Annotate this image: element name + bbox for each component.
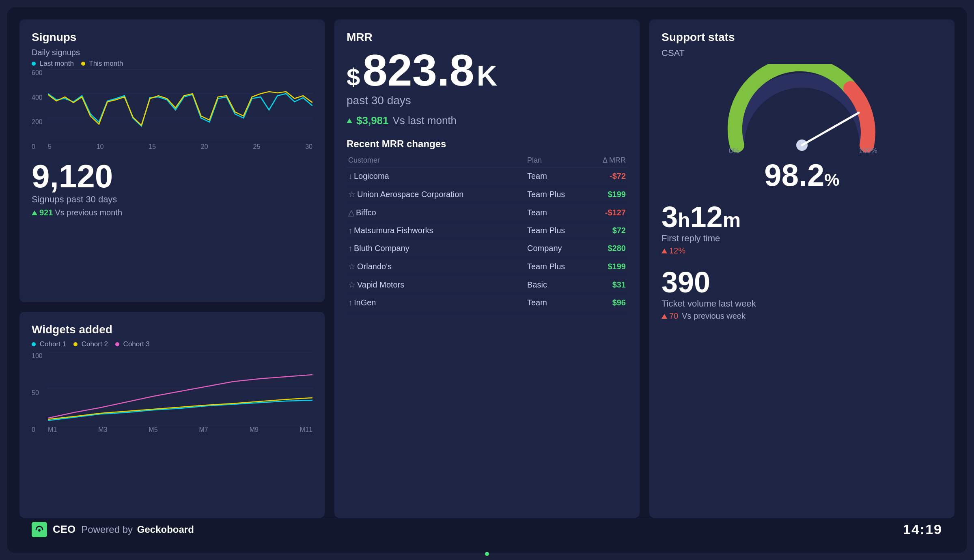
bottom-indicator: [485, 552, 489, 556]
reply-label: First reply time: [662, 233, 942, 244]
legend-this-month: This month: [81, 60, 123, 68]
table-row: ↑Matsumura Fishworks Team Plus $72: [347, 222, 627, 240]
signups-x-labels: 5 10 15 20 25 30: [48, 143, 312, 150]
cohort1-dot: [32, 342, 36, 346]
widgets-panel: Widgets added Cohort 1 Cohort 2 Cohort 3…: [19, 312, 325, 518]
table-row: ↑InGen Team $96: [347, 294, 627, 312]
ticket-delta-value: 70: [669, 311, 678, 321]
mrr-plan: Team: [526, 167, 588, 185]
mrr-delta-cell: -$72: [588, 167, 627, 185]
mrr-col-delta: Δ MRR: [588, 154, 627, 167]
signups-y-labels: 600 400 200 0: [32, 69, 47, 150]
brand-logo: [32, 522, 47, 537]
ticket-label: Ticket volume last week: [662, 298, 942, 309]
support-title: Support stats: [662, 31, 942, 44]
mrr-customer: ↑InGen: [347, 294, 526, 312]
reply-delta-value: 12%: [669, 246, 685, 255]
brand-name: CEO: [53, 523, 75, 536]
signups-chart-area: [48, 69, 312, 142]
support-panel: Support stats CSAT 0% 1: [649, 19, 955, 518]
mrr-customer: △Biffco: [347, 204, 526, 222]
mrr-customer: ↓Logicoma: [347, 167, 526, 185]
mrr-section-title: Recent MRR changes: [347, 138, 627, 150]
ticket-delta-label: Vs previous week: [682, 311, 746, 321]
dashboard-frame: Signups Daily signups Last month This mo…: [7, 7, 967, 553]
csat-gauge: 0% 100%: [662, 64, 942, 153]
cohort2-legend: Cohort 2: [73, 340, 108, 348]
widgets-legend: Cohort 1 Cohort 2 Cohort 3: [32, 340, 312, 348]
mrr-col-plan: Plan: [526, 154, 588, 167]
reply-m-unit: m: [723, 209, 741, 232]
mrr-delta-arrow: [347, 118, 352, 123]
last-month-dot: [32, 62, 36, 66]
signups-big-label: Signups past 30 days: [32, 194, 312, 205]
mrr-plan: Team Plus: [526, 185, 588, 204]
table-row: ↑Bluth Company Company $280: [347, 240, 627, 257]
mrr-plan: Team: [526, 294, 588, 312]
csat-label: CSAT: [662, 48, 942, 58]
mrr-plan: Team: [526, 204, 588, 222]
mrr-delta-cell: $31: [588, 276, 627, 294]
reply-delta: 12%: [662, 246, 942, 255]
mrr-value: 823.8: [362, 48, 474, 92]
table-row: ☆Orlando's Team Plus $199: [347, 257, 627, 276]
cohort2-dot: [73, 342, 78, 346]
mrr-plan: Company: [526, 240, 588, 257]
mrr-customer: ☆Vapid Motors: [347, 276, 526, 294]
main-grid: Signups Daily signups Last month This mo…: [19, 19, 955, 518]
reply-time-h: 3: [662, 201, 678, 233]
signups-delta-value: 921: [39, 208, 53, 217]
mrr-customer: ☆Orlando's: [347, 257, 526, 276]
svg-text:100%: 100%: [859, 147, 877, 153]
mrr-delta-cell: $199: [588, 185, 627, 204]
legend-last-month: Last month: [32, 60, 74, 68]
ticket-delta: 70 Vs previous week: [662, 311, 942, 321]
mrr-delta-cell: $72: [588, 222, 627, 240]
reply-time-m: 12: [690, 201, 723, 233]
cohort3-dot: [115, 342, 119, 346]
mrr-delta-value: $3,981: [356, 114, 389, 127]
mrr-delta-cell: $199: [588, 257, 627, 276]
svg-text:0%: 0%: [729, 147, 739, 153]
signups-title: Signups: [32, 31, 312, 44]
svg-point-11: [38, 529, 41, 532]
table-row: ☆Vapid Motors Basic $31: [347, 276, 627, 294]
cohort1-legend: Cohort 1: [32, 340, 66, 348]
reply-delta-icon: [662, 249, 667, 253]
signups-chart: 600 400 200 0: [32, 69, 312, 150]
mrr-customer: ☆Union Aerospace Corporation: [347, 185, 526, 204]
mrr-suffix: K: [477, 62, 498, 90]
this-month-dot: [81, 62, 85, 66]
branding: CEO Powered by Geckoboard: [32, 522, 194, 537]
signups-delta-label: Vs previous month: [55, 208, 122, 217]
powered-by: Powered by Geckoboard: [81, 524, 194, 535]
mrr-title: MRR: [347, 31, 627, 44]
mrr-col-customer: Customer: [347, 154, 526, 167]
reply-h-unit: h: [678, 209, 690, 232]
mrr-period: past 30 days: [347, 94, 627, 107]
widgets-chart: 100 50 0: [32, 352, 312, 433]
ticket-volume-display: 390: [662, 268, 942, 297]
svg-line-5: [802, 113, 859, 145]
ticket-volume-value: 390: [662, 266, 710, 298]
mrr-delta-cell: -$127: [588, 204, 627, 222]
mrr-delta: $3,981 Vs last month: [347, 114, 627, 127]
cohort3-legend: Cohort 3: [115, 340, 150, 348]
widgets-x-labels: M1 M3 M5 M7 M9 M11: [48, 426, 312, 433]
mrr-table: Customer Plan Δ MRR ↓Logicoma Team -$72 …: [347, 154, 627, 312]
mrr-plan: Team Plus: [526, 222, 588, 240]
csat-value: 98.2: [764, 158, 824, 192]
mrr-delta-label: Vs last month: [393, 114, 457, 127]
table-row: △Biffco Team -$127: [347, 204, 627, 222]
signups-legend: Last month This month: [32, 60, 312, 68]
csat-unit: %: [824, 170, 839, 189]
table-row: ↓Logicoma Team -$72: [347, 167, 627, 185]
signups-delta: 921 Vs previous month: [32, 208, 312, 217]
signups-big-number: 9,120: [32, 160, 312, 193]
bottom-bar: CEO Powered by Geckoboard 14:19: [19, 518, 955, 541]
mrr-currency: $: [347, 65, 360, 90]
widgets-y-labels: 100 50 0: [32, 352, 47, 433]
mrr-plan: Basic: [526, 276, 588, 294]
signups-chart-label: Daily signups: [32, 48, 312, 57]
signups-delta-arrow: [32, 210, 37, 215]
